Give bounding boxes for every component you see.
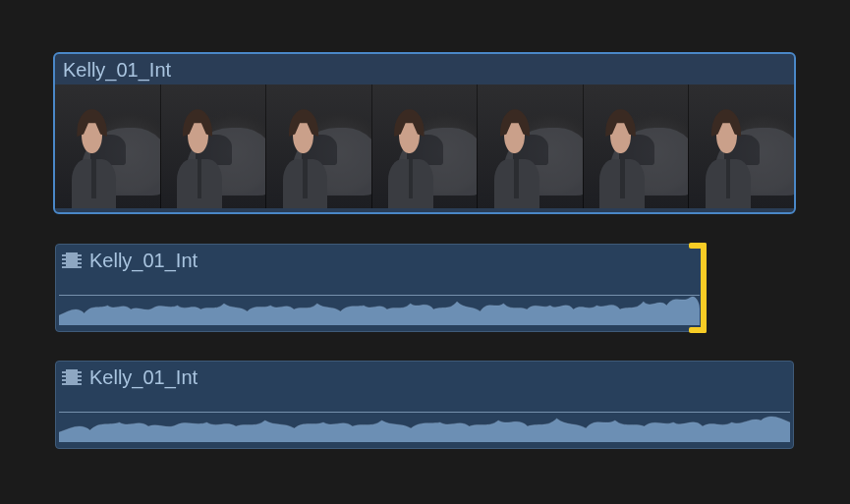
audio-clip[interactable]: Kelly_01_Int — [55, 244, 704, 332]
audio-clip-title: Kelly_01_Int — [89, 365, 198, 389]
thumbnail-frame — [55, 84, 161, 208]
film-icon — [62, 252, 82, 268]
audio-waveform — [59, 276, 700, 325]
audio-clip[interactable]: Kelly_01_Int — [55, 361, 794, 449]
thumbnail-frame — [266, 84, 372, 208]
audio-clip-header: Kelly_01_Int — [56, 245, 703, 272]
audio-waveform — [59, 393, 790, 442]
video-clip[interactable]: Kelly_01_Int — [53, 52, 796, 214]
audio-clip-header: Kelly_01_Int — [56, 362, 793, 389]
audio-clip-title: Kelly_01_Int — [89, 249, 198, 272]
thumbnail-frame — [372, 84, 479, 208]
video-clip-title: Kelly_01_Int — [55, 54, 794, 83]
thumbnail-frame — [689, 84, 794, 208]
video-filmstrip — [55, 84, 794, 208]
film-icon — [62, 369, 82, 385]
thumbnail-frame — [478, 84, 584, 208]
timeline-canvas[interactable]: Kelly_01_Int — [0, 0, 850, 504]
thumbnail-frame — [584, 84, 690, 208]
thumbnail-frame — [161, 84, 267, 208]
